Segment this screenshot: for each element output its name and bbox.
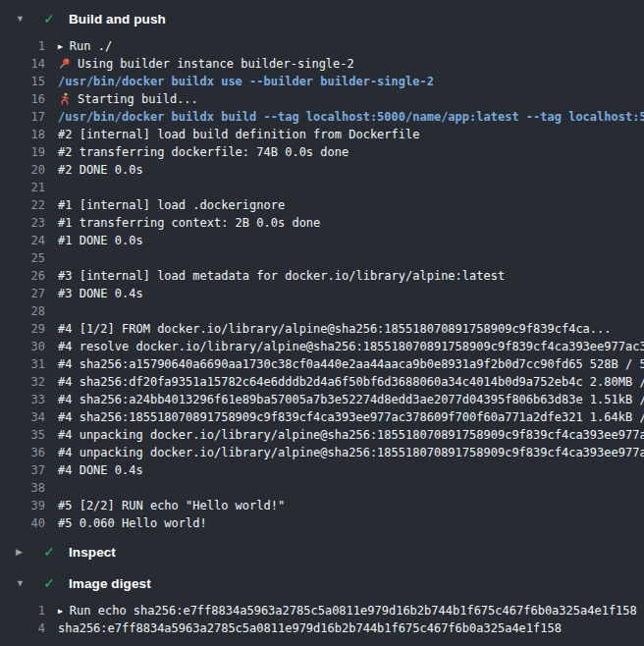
chevron-icon[interactable]: ▼ [16, 571, 29, 595]
log-line: 19 #2 transferring dockerfile: 74B 0.0s … [0, 143, 644, 161]
step-label: Image digest [69, 576, 151, 591]
log-line-text: ▶Run echo sha256:e7ff8834a5963a2785c5a08… [58, 602, 637, 619]
chevron-icon[interactable]: ▶ [16, 540, 29, 564]
log-line-number[interactable]: 22 [0, 196, 45, 214]
log-line-number[interactable]: 16 [0, 90, 45, 108]
log-line-number[interactable]: 18 [0, 126, 45, 143]
log-line-number[interactable]: 33 [0, 391, 45, 408]
log-line: 28 [0, 302, 644, 320]
log-line-number[interactable]: 39 [0, 497, 45, 514]
run-expand-icon[interactable]: ▶ [58, 38, 63, 55]
log-line-number[interactable]: 31 [0, 355, 45, 373]
log-line-number[interactable]: 29 [0, 320, 45, 338]
runner-icon [58, 92, 71, 105]
check-icon: ✓ [41, 540, 57, 564]
log-line: 24 #1 DONE 0.0s [0, 232, 644, 249]
log-line: 16 Starting build... [0, 90, 644, 108]
log-line-number[interactable]: 24 [0, 232, 45, 249]
step-header[interactable]: ▼ ✓ Image digest [0, 571, 644, 595]
log-line: 26 #3 [internal] load metadata for docke… [0, 267, 644, 285]
log-rows: 1 ▶Run ./ 14 Using builder instance buil… [0, 37, 644, 532]
log-line-text: #1 DONE 0.0s [58, 232, 143, 249]
log-line-number[interactable]: 32 [0, 373, 45, 391]
log-line-text: #4 unpacking docker.io/library/alpine@sh… [58, 444, 644, 461]
log-line-number[interactable]: 19 [0, 143, 45, 161]
log-line: 38 [0, 479, 644, 497]
log-line-text: #4 sha256:a24bb4013296f61e89ba57005a7b3e… [58, 391, 644, 408]
workflow-log-panel: ▼ ✓ Build and push 1 ▶Run ./ 14 Using bu… [0, 0, 644, 646]
log-line: 37 #4 DONE 0.4s [0, 461, 644, 479]
log-line-text: ▶Run ./ [58, 37, 112, 55]
log-line: 27 #3 DONE 0.4s [0, 285, 644, 302]
log-line: 1 ▶Run ./ [0, 37, 644, 55]
log-line-number[interactable]: 21 [0, 179, 45, 196]
log-line: 33 #4 sha256:a24bb4013296f61e89ba57005a7… [0, 391, 644, 408]
log-line-number[interactable]: 37 [0, 461, 45, 479]
log-line-number[interactable]: 26 [0, 267, 45, 285]
log-line-number[interactable]: 20 [0, 161, 45, 179]
log-line-text: #4 [1/2] FROM docker.io/library/alpine@s… [58, 320, 612, 338]
log-line-number[interactable]: 40 [0, 514, 45, 532]
log-line-text: /usr/bin/docker buildx build --tag local… [58, 108, 644, 126]
log-line-text: Starting build... [58, 90, 198, 108]
log-line-number[interactable]: 36 [0, 444, 45, 461]
chevron-icon[interactable]: ▼ [16, 7, 29, 30]
log-line-text: #2 DONE 0.0s [58, 161, 143, 179]
log-line: 31 #4 sha256:a15790640a6690aa1730c38cf0a… [0, 355, 644, 373]
log-line-number[interactable]: 25 [0, 249, 45, 267]
log-line: 32 #4 sha256:df20fa9351a15782c64e6dddb2d… [0, 373, 644, 391]
log-line: 4 sha256:e7ff8834a5963a2785c5a0811e979d1… [0, 619, 644, 637]
log-line-number[interactable]: 17 [0, 108, 45, 126]
log-line: 1 ▶Run echo sha256:e7ff8834a5963a2785c5a… [0, 602, 644, 619]
log-line-number[interactable]: 28 [0, 302, 45, 320]
log-line-number[interactable]: 4 [0, 619, 45, 637]
log-line-text: #2 transferring dockerfile: 74B 0.0s don… [58, 143, 349, 161]
log-line-number[interactable]: 38 [0, 479, 45, 497]
step-label: Build and push [69, 12, 166, 27]
log-line-number[interactable]: 1 [0, 37, 45, 55]
log-line: 35 #4 unpacking docker.io/library/alpine… [0, 426, 644, 444]
log-line: 20 #2 DONE 0.0s [0, 161, 644, 179]
log-line-number[interactable]: 34 [0, 408, 45, 426]
log-line: 14 Using builder instance builder-single… [0, 55, 644, 73]
log-line-number[interactable]: 27 [0, 285, 45, 302]
log-line-text: #2 [internal] load build definition from… [58, 126, 419, 143]
step-section-build-and-push: ▼ ✓ Build and push 1 ▶Run ./ 14 Using bu… [0, 7, 644, 532]
log-line-text: #4 resolve docker.io/library/alpine@sha2… [58, 338, 644, 355]
steps-container: ▼ ✓ Build and push 1 ▶Run ./ 14 Using bu… [0, 7, 644, 637]
log-line: 22 #1 [internal] load .dockerignore [0, 196, 644, 214]
log-line: 23 #1 transferring context: 2B 0.0s done [0, 214, 644, 232]
step-section-inspect: ▶ ✓ Inspect [0, 540, 644, 564]
log-line-number[interactable]: 14 [0, 55, 45, 73]
log-line-number[interactable]: 35 [0, 426, 45, 444]
step-header[interactable]: ▼ ✓ Build and push [0, 7, 644, 30]
log-line-text: #4 sha256:df20fa9351a15782c64e6dddb2d4a6… [58, 373, 644, 391]
check-icon: ✓ [41, 7, 57, 30]
log-line: 36 #4 unpacking docker.io/library/alpine… [0, 444, 644, 461]
pushpin-icon [58, 57, 71, 70]
log-line-text: #1 [internal] load .dockerignore [58, 196, 285, 214]
log-line-text: Using builder instance builder-single-2 [58, 55, 354, 73]
step-section-image-digest: ▼ ✓ Image digest 1 ▶Run echo sha256:e7ff… [0, 571, 644, 637]
log-line: 29 #4 [1/2] FROM docker.io/library/alpin… [0, 320, 644, 338]
log-line-text: /usr/bin/docker buildx use --builder bui… [58, 73, 434, 90]
log-line: 17 /usr/bin/docker buildx build --tag lo… [0, 108, 644, 126]
log-line-number[interactable]: 30 [0, 338, 45, 355]
log-line: 39 #5 [2/2] RUN echo "Hello world!" [0, 497, 644, 514]
log-line-text: sha256:e7ff8834a5963a2785c5a0811e979d16b… [58, 619, 562, 637]
log-line-number[interactable]: 15 [0, 73, 45, 90]
log-line-number[interactable]: 1 [0, 602, 45, 619]
log-line-text: #4 DONE 0.4s [58, 461, 143, 479]
log-line-number[interactable]: 23 [0, 214, 45, 232]
log-line-text: #4 unpacking docker.io/library/alpine@sh… [58, 426, 644, 444]
run-expand-icon[interactable]: ▶ [58, 603, 63, 619]
step-label: Inspect [69, 545, 116, 560]
log-line-text: #1 transferring context: 2B 0.0s done [58, 214, 320, 232]
check-icon: ✓ [41, 571, 57, 595]
log-line-text: #5 [2/2] RUN echo "Hello world!" [58, 497, 285, 514]
step-header[interactable]: ▶ ✓ Inspect [0, 540, 644, 564]
log-rows: 1 ▶Run echo sha256:e7ff8834a5963a2785c5a… [0, 602, 644, 637]
log-line-text: #4 sha256:a15790640a6690aa1730c38cf0a440… [58, 355, 644, 373]
log-line: 25 [0, 249, 644, 267]
log-line: 30 #4 resolve docker.io/library/alpine@s… [0, 338, 644, 355]
